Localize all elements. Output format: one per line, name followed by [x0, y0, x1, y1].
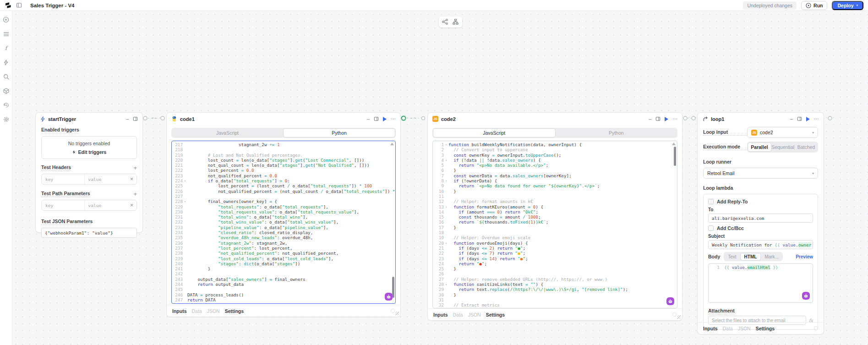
toggle-panel-icon[interactable] — [16, 2, 22, 8]
test-json-input[interactable]: {"webhookParam1": "value"} — [41, 228, 137, 238]
preview-link[interactable]: Preview — [796, 254, 813, 259]
edit-triggers-button[interactable]: Edit triggers — [72, 149, 107, 155]
footer-tab-json[interactable]: JSON — [207, 308, 220, 314]
footer-tab-settings[interactable]: Settings — [756, 326, 775, 331]
refresh-icon[interactable] — [391, 309, 395, 313]
footer-tab-inputs[interactable]: Inputs — [172, 308, 187, 314]
mode-batched[interactable]: Batched — [795, 143, 818, 151]
footer-tab-inputs[interactable]: Inputs — [433, 312, 448, 318]
footer-tab-json[interactable]: JSON — [738, 326, 751, 331]
refresh-icon[interactable] — [814, 326, 818, 330]
success-port[interactable] — [402, 116, 406, 120]
footer-tab-data[interactable]: Data — [453, 312, 463, 318]
functions-icon[interactable]: f — [3, 45, 9, 51]
footer-tab-data[interactable]: Data — [192, 308, 202, 314]
node-header[interactable]: loop1 – ··· — [698, 113, 824, 125]
node-start-trigger[interactable]: startTrigger – Enabled triggers No trigg… — [35, 112, 143, 233]
run-block-icon[interactable] — [383, 117, 387, 121]
resources-icon[interactable] — [3, 88, 9, 94]
search-icon[interactable] — [3, 73, 9, 80]
node-header[interactable]: code1 – ··· — [167, 113, 400, 125]
add-node-icon[interactable] — [3, 16, 9, 23]
mode-parallel[interactable]: Parallel — [748, 142, 771, 152]
remove-row-icon[interactable]: × — [127, 202, 136, 208]
scrollbar-thumb[interactable] — [674, 147, 676, 166]
open-panel-icon[interactable] — [374, 116, 379, 121]
code-editor[interactable]: 1▾function buildWeeklyNotification(data,… — [432, 141, 677, 308]
add-header-button[interactable]: + — [133, 165, 137, 171]
run-block-icon[interactable] — [806, 117, 810, 121]
footer-tab-settings[interactable]: Settings — [486, 312, 505, 318]
code-line: 24 return "●"; — [433, 261, 677, 266]
resize-handle[interactable] — [677, 315, 681, 319]
share-icon[interactable] — [442, 19, 448, 25]
format-html[interactable]: HTML — [740, 253, 761, 261]
loop1-output-port[interactable] — [826, 115, 834, 122]
remove-row-icon[interactable]: × — [127, 176, 136, 182]
open-panel-icon[interactable] — [797, 116, 802, 121]
mode-sequential[interactable]: Sequential — [771, 143, 794, 151]
open-panel-icon[interactable] — [133, 116, 138, 121]
ai-assistant-badge[interactable] — [385, 293, 393, 301]
blocks-panel-icon[interactable] — [3, 31, 9, 37]
node-loop1[interactable]: loop1 – ··· Loop input JS code2 ▾ Execut… — [697, 112, 824, 334]
test-json-params-label: Test JSON Parameters — [41, 219, 93, 225]
loop-runner-select[interactable]: Retool Email ▾ — [703, 168, 818, 179]
top-bar: Sales Trigger - V4 Undeployed changes Ru… — [0, 0, 868, 11]
code-line: 12 // Helper: format amounts in k€ — [433, 199, 677, 204]
run-block-icon[interactable] — [665, 117, 668, 121]
scroll-up-arrow[interactable] — [390, 142, 394, 145]
node-code2[interactable]: JS code2 – ··· JavaScript Python 1▾funct… — [427, 112, 682, 321]
code-editor[interactable]: 217 stagnant_2w += 1218219 # Lost and No… — [171, 141, 396, 304]
ai-assistant-badge[interactable] — [802, 292, 810, 300]
code-line: 237 "lost_percent": lost_percent, — [172, 246, 395, 251]
more-menu-icon[interactable]: ··· — [391, 116, 396, 121]
format-text[interactable]: Text — [724, 253, 740, 260]
refresh-icon[interactable] — [672, 312, 677, 317]
email-body-editor[interactable]: 1{{ value.emailHtml }} — [708, 263, 813, 303]
node-header[interactable]: startTrigger – — [36, 113, 142, 125]
tab-javascript[interactable]: JavaScript — [433, 128, 556, 137]
footer-tab-json[interactable]: JSON — [468, 312, 481, 318]
footer-tab-data[interactable]: Data — [723, 326, 733, 331]
trigger-icon — [40, 116, 45, 122]
add-path-param-button[interactable]: + — [133, 191, 137, 197]
loop-input-select[interactable]: JS code2 ▾ — [747, 127, 818, 138]
settings-icon[interactable] — [3, 116, 9, 122]
more-menu-icon[interactable]: ··· — [672, 116, 677, 121]
collapse-icon[interactable]: – — [649, 116, 651, 121]
triggers-icon[interactable] — [3, 59, 9, 66]
footer-tab-settings[interactable]: Settings — [225, 308, 244, 314]
path-key-input[interactable] — [42, 203, 84, 208]
collapse-icon[interactable]: – — [790, 116, 793, 121]
tab-python[interactable]: Python — [283, 128, 395, 137]
run-button[interactable]: Run — [801, 1, 827, 10]
collapse-icon[interactable]: – — [367, 116, 370, 121]
play-circle-icon — [806, 3, 811, 8]
tab-javascript[interactable]: JavaScript — [172, 128, 283, 137]
resize-handle[interactable] — [395, 312, 399, 315]
node-header[interactable]: JS code2 – ··· — [428, 113, 682, 125]
tab-python[interactable]: Python — [556, 128, 677, 137]
scroll-up-arrow[interactable] — [672, 142, 676, 145]
collapse-icon[interactable]: – — [126, 116, 129, 121]
format-markdown[interactable]: Mark... — [761, 253, 782, 260]
path-value-input[interactable] — [85, 203, 127, 208]
deploy-button[interactable]: Deploy▾ — [832, 1, 863, 10]
to-input[interactable]: ali.bari@exxelia.com — [708, 214, 813, 223]
history-icon[interactable] — [3, 102, 9, 108]
node-code1[interactable]: code1 – ··· JavaScript Python 217 stagna… — [166, 112, 401, 317]
node-footer: Inputs Data JSON Settings — [698, 322, 824, 334]
subject-input[interactable]: Weekly Notification for {{ value.owner }… — [708, 240, 813, 249]
add-ccbcc-checkbox[interactable] — [708, 225, 714, 231]
footer-tab-inputs[interactable]: Inputs — [703, 326, 718, 331]
add-reply-to-checkbox[interactable] — [708, 199, 714, 204]
header-key-input[interactable] — [42, 177, 84, 182]
header-value-input[interactable] — [85, 177, 127, 182]
code-line: 241 } — [172, 266, 395, 271]
more-menu-icon[interactable]: ··· — [814, 116, 819, 121]
workflow-canvas[interactable]: startTrigger – Enabled triggers No trigg… — [12, 11, 868, 345]
auto-layout-icon[interactable] — [453, 19, 459, 25]
open-panel-icon[interactable] — [655, 116, 661, 121]
ai-assistant-badge[interactable] — [666, 297, 674, 305]
